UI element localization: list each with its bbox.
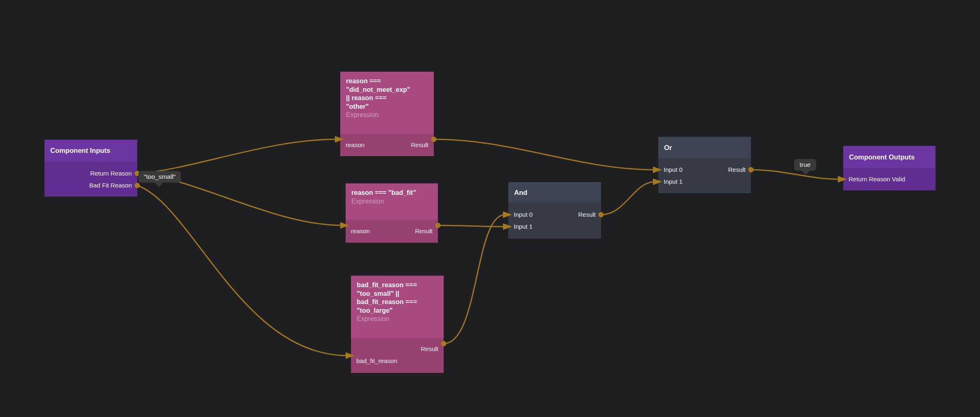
output-label: Result bbox=[421, 345, 438, 352]
edge-or-result-to-component-outputs[interactable] bbox=[751, 170, 840, 179]
expression-line: reason === bbox=[346, 77, 428, 86]
input-label: Input 0 bbox=[514, 211, 533, 218]
input-label: Input 1 bbox=[514, 223, 533, 230]
node-header: reason === "bad_fit" Expression bbox=[346, 183, 438, 220]
node-title: And bbox=[508, 182, 601, 203]
input-label: Return Reason Valid bbox=[849, 176, 905, 183]
tooltip-tail bbox=[802, 171, 810, 175]
value-tooltip-or-result: true bbox=[794, 159, 816, 171]
node-component-inputs[interactable]: Component Inputs Return Reason Bad Fit R… bbox=[44, 140, 137, 197]
input-label: Input 1 bbox=[664, 178, 683, 185]
node-header: reason === "did_not_meet_exp" || reason … bbox=[340, 72, 434, 134]
node-or-gate[interactable]: Or Input 0 Result Input 1 bbox=[658, 137, 751, 193]
port-row: Input 0 Result bbox=[658, 164, 751, 176]
input-label: bad_fit_reason bbox=[356, 357, 397, 364]
node-expression-did-not-meet-exp-or-other[interactable]: reason === "did_not_meet_exp" || reason … bbox=[340, 72, 434, 156]
output-row-result: Result bbox=[351, 343, 444, 355]
input-label: reason bbox=[351, 227, 370, 234]
expression-line: reason === "bad_fit" bbox=[351, 189, 432, 197]
node-title: Component Outputs bbox=[843, 146, 936, 168]
expression-line: bad_fit_reason === bbox=[357, 281, 438, 290]
edge-expr-mid-to-and-input1[interactable] bbox=[438, 225, 505, 227]
input-label: reason bbox=[346, 141, 365, 148]
output-row-return-reason: Return Reason bbox=[44, 167, 137, 179]
port-row: reason Result bbox=[340, 139, 434, 151]
edge-bad-fit-reason-to-expr-bottom[interactable] bbox=[137, 185, 348, 356]
output-label: Result bbox=[728, 166, 746, 173]
edge-expr-bottom-to-and-input0[interactable] bbox=[444, 215, 505, 344]
expression-line: bad_fit_reason === bbox=[357, 298, 438, 307]
node-type-label: Expression bbox=[346, 111, 428, 119]
edges-layer bbox=[0, 0, 980, 417]
node-expression-too-small-or-too-large[interactable]: bad_fit_reason === "too_small" || bad_fi… bbox=[351, 276, 444, 373]
input-row-bad-fit-reason: bad_fit_reason bbox=[351, 355, 444, 367]
tooltip-tail bbox=[155, 183, 163, 187]
node-title: Component Inputs bbox=[44, 140, 137, 162]
node-type-label: Expression bbox=[351, 197, 432, 206]
node-expression-bad-fit[interactable]: reason === "bad_fit" Expression reason R… bbox=[346, 183, 438, 243]
value-tooltip-text: "too_small" bbox=[144, 173, 175, 180]
node-title: Or bbox=[658, 137, 751, 158]
output-label: Result bbox=[411, 141, 428, 148]
expression-line: "other" bbox=[346, 103, 428, 111]
port-row: Input 0 Result bbox=[508, 208, 601, 220]
expression-line: "too_small" || bbox=[357, 290, 438, 298]
node-type-label: Expression bbox=[357, 315, 438, 323]
port-row: Input 1 bbox=[658, 176, 751, 187]
edge-and-result-to-or-input1[interactable] bbox=[601, 182, 655, 215]
node-header: bad_fit_reason === "too_small" || bad_fi… bbox=[351, 276, 444, 338]
output-row-bad-fit-reason: Bad Fit Reason bbox=[44, 179, 137, 191]
value-tooltip-bad-fit-reason: "too_small" bbox=[138, 171, 181, 183]
output-label: Bad Fit Reason bbox=[89, 182, 132, 189]
edge-expr-top-to-or-input0[interactable] bbox=[434, 139, 655, 170]
expression-line: "too_large" bbox=[357, 307, 438, 315]
input-label: Input 0 bbox=[664, 166, 683, 173]
output-label: Result bbox=[415, 227, 433, 234]
edge-return-reason-to-expr-top[interactable] bbox=[137, 139, 337, 173]
node-component-outputs[interactable]: Component Outputs Return Reason Valid bbox=[843, 146, 936, 190]
node-and-gate[interactable]: And Input 0 Result Input 1 bbox=[508, 182, 601, 239]
input-row-return-reason-valid: Return Reason Valid bbox=[843, 173, 936, 185]
value-tooltip-text: true bbox=[800, 161, 811, 168]
output-label: Result bbox=[578, 211, 596, 218]
expression-line: || reason === bbox=[346, 94, 428, 103]
output-label: Return Reason bbox=[90, 170, 132, 177]
port-row: reason Result bbox=[346, 225, 438, 237]
graph-canvas[interactable]: Component Inputs Return Reason Bad Fit R… bbox=[0, 0, 980, 417]
expression-line: "did_not_meet_exp" bbox=[346, 86, 428, 94]
port-row: Input 1 bbox=[508, 220, 601, 232]
